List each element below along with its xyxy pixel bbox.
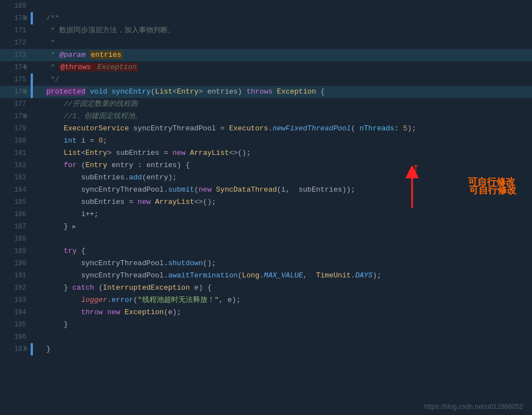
code-line-190: 190 syncEntryThreadPool.shutdown(); (0, 257, 532, 270)
line-number: 185 (0, 196, 31, 208)
fold-icon[interactable]: ▽ (21, 15, 30, 22)
code-line-176: 176▽ protected void syncEntry(List<Entry… (0, 86, 532, 98)
line-content: ExecutorService syncEntryThreadPool = Ex… (33, 123, 532, 135)
code-line-178: 178▽ //1、创建固定线程池。 (0, 110, 532, 123)
line-content: syncEntryThreadPool.submit(new SyncDataT… (33, 184, 532, 196)
line-number: 176▽ (0, 86, 31, 98)
line-content: } catch (InterruptedException e) { (33, 282, 532, 294)
code-line-186: 186 i++; (0, 208, 532, 221)
code-line-173: 173 * @param entries (0, 49, 532, 61)
line-content: * (33, 37, 532, 49)
code-line-191: 191 syncEntryThreadPool.awaitTermination… (0, 270, 532, 282)
line-number: 181 (0, 147, 31, 159)
code-line-180: 180 int i = 0; (0, 135, 532, 147)
fold-icon[interactable]: ▽ (21, 64, 30, 71)
code-line-183: 183 subEntries.add(entry); (0, 172, 532, 184)
line-content: * @throws Exception (33, 61, 532, 74)
line-content: subEntries = new ArrayList<>(); (33, 196, 532, 208)
line-number: 178▽ (0, 110, 31, 123)
line-number: 189 (0, 245, 31, 257)
line-content: syncEntryThreadPool.shutdown(); (33, 257, 532, 270)
line-content: subEntries.add(entry); (33, 172, 532, 184)
code-line-171: 171 * 数据同步顶层方法，加入事物判断。 (0, 25, 532, 37)
line-content: logger.error("线程池超时无法释放！", e); (33, 294, 532, 306)
code-line-175: 175 */ (0, 74, 532, 86)
line-number: 179 (0, 123, 31, 135)
code-line-187: 187 } ▶ (0, 221, 532, 233)
code-line-172: 172 * (0, 37, 532, 49)
line-number: 180 (0, 135, 31, 147)
code-line-182: 182 for (Entry entry : entries) { (0, 159, 532, 172)
line-number: 183 (0, 172, 31, 184)
fold-icon[interactable]: ▽ (21, 346, 30, 353)
line-content: */ (33, 74, 532, 86)
line-number: 170▽ (0, 12, 31, 25)
code-line-192: 192 } catch (InterruptedException e) { (0, 282, 532, 294)
line-number: 174▽ (0, 61, 31, 74)
line-content: List<Entry> subEntries = new ArrayList<>… (33, 147, 532, 159)
watermark: https://blog.csdn.net/u012888052 (424, 403, 523, 411)
line-number: 187 (0, 221, 31, 233)
collapse-arrow-icon[interactable]: ▶ (72, 221, 76, 233)
code-line-181: 181 List<Entry> subEntries = new ArrayLi… (0, 147, 532, 159)
line-number: 186 (0, 208, 31, 221)
code-line-185: 185 subEntries = new ArrayList<>(); (0, 196, 532, 208)
line-content: /** (33, 12, 532, 25)
code-line-184: 184 syncEntryThreadPool.submit(new SyncD… (0, 184, 532, 196)
line-content (33, 331, 532, 343)
line-content: protected void syncEntry(List<Entry> ent… (33, 86, 532, 98)
line-content: * 数据同步顶层方法，加入事物判断。 (33, 25, 532, 37)
line-content: } (33, 343, 532, 355)
code-line-179: 179 ExecutorService syncEntryThreadPool … (0, 123, 532, 135)
line-number: 195 (0, 319, 31, 331)
line-content: int i = 0; (33, 135, 532, 147)
line-content (33, 233, 532, 245)
line-content: } ▶ (33, 221, 532, 233)
line-number: 171 (0, 25, 31, 37)
line-number: 191 (0, 270, 31, 282)
code-line-169: 169 (0, 0, 532, 12)
code-editor: 169 170▽ /** 171 * 数据同步顶层方法，加入事物判断。 172 … (0, 0, 532, 415)
line-number: 184 (0, 184, 31, 196)
line-number: 192 (0, 282, 31, 294)
code-line-196: 196 (0, 331, 532, 343)
line-number: 182 (0, 159, 31, 172)
line-content (33, 0, 532, 12)
code-line-177: 177 //开固定数量的线程跑 (0, 98, 532, 110)
code-line-188: 188 (0, 233, 532, 245)
line-content: for (Entry entry : entries) { (33, 159, 532, 172)
line-number: 177 (0, 98, 31, 110)
line-number: 196 (0, 331, 31, 343)
fold-icon[interactable]: ▽ (21, 89, 30, 95)
code-line-189: 189 try { (0, 245, 532, 257)
code-line-193: 193 logger.error("线程池超时无法释放！", e); (0, 294, 532, 306)
line-content: } (33, 319, 532, 331)
line-number: 197▽ (0, 343, 31, 355)
line-content: i++; (33, 208, 532, 221)
code-line-197: 197▽ } (0, 343, 532, 355)
line-number: 173 (0, 49, 31, 61)
line-number: 175 (0, 74, 31, 86)
line-content: * @param entries (33, 49, 532, 61)
fold-icon[interactable]: ▽ (21, 113, 30, 120)
code-line-195: 195 } (0, 319, 532, 331)
line-content: throw new Exception(e); (33, 306, 532, 319)
code-line-194: 194 throw new Exception(e); (0, 306, 532, 319)
code-line-170: 170▽ /** (0, 12, 532, 25)
line-number: 172 (0, 37, 31, 49)
line-number: 188 (0, 233, 31, 245)
annotation-text: 可自行修改 (469, 184, 516, 197)
line-number: 169 (0, 0, 31, 12)
red-up-arrow (401, 166, 423, 213)
line-content: try { (33, 245, 532, 257)
line-number: 194 (0, 306, 31, 319)
line-content: syncEntryThreadPool.awaitTermination(Lon… (33, 270, 532, 282)
code-line-174: 174▽ * @throws Exception (0, 61, 532, 74)
line-number: 190 (0, 257, 31, 270)
line-content: //1、创建固定线程池。 (33, 110, 532, 123)
line-number: 193 (0, 294, 31, 306)
line-content: //开固定数量的线程跑 (33, 98, 532, 110)
